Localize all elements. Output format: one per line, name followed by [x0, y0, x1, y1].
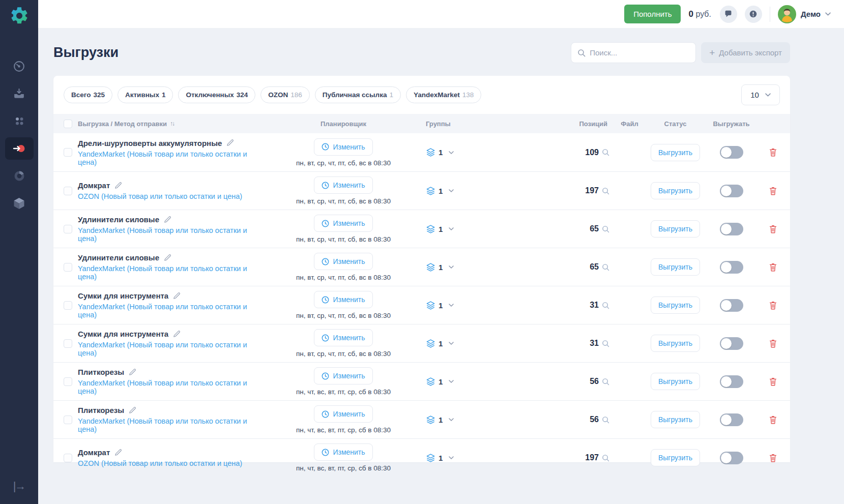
export-method-link[interactable]: YandexMarket (Новый товар или только ост…: [78, 417, 267, 433]
sidebar-item-import[interactable]: [5, 82, 34, 105]
filter-chip[interactable]: OZON 186: [260, 86, 310, 103]
groups-dropdown[interactable]: 1: [420, 301, 463, 310]
delete-button[interactable]: [769, 453, 777, 463]
delete-button[interactable]: [769, 147, 777, 157]
magnifier-icon[interactable]: [602, 302, 609, 309]
magnifier-icon[interactable]: [602, 225, 609, 233]
filter-chip[interactable]: YandexMarket 138: [406, 86, 481, 103]
sidebar-item-exports[interactable]: [5, 137, 34, 160]
enabled-toggle[interactable]: [720, 299, 743, 312]
search-input[interactable]: [590, 48, 691, 57]
select-all-checkbox[interactable]: [64, 120, 72, 128]
filter-chip[interactable]: Активных 1: [118, 86, 173, 103]
filter-chip[interactable]: Отключенных 324: [178, 86, 255, 103]
export-method-link[interactable]: YandexMarket (Новый товар или только ост…: [78, 264, 267, 281]
export-method-link[interactable]: YandexMarket (Новый товар или только ост…: [78, 226, 267, 243]
delete-button[interactable]: [769, 224, 777, 234]
row-checkbox[interactable]: [64, 225, 72, 233]
pencil-icon[interactable]: [114, 449, 122, 457]
export-now-button[interactable]: Выгрузить: [651, 411, 700, 428]
edit-schedule-button[interactable]: Изменить: [314, 405, 372, 423]
row-checkbox[interactable]: [64, 148, 72, 157]
pencil-icon[interactable]: [172, 292, 181, 300]
pencil-icon[interactable]: [172, 330, 181, 338]
enabled-toggle[interactable]: [720, 413, 743, 426]
delete-button[interactable]: [769, 339, 777, 348]
row-checkbox[interactable]: [64, 187, 72, 195]
delete-button[interactable]: [769, 262, 777, 272]
export-now-button[interactable]: Выгрузить: [651, 335, 700, 352]
enabled-toggle[interactable]: [720, 337, 743, 350]
edit-schedule-button[interactable]: Изменить: [314, 176, 372, 194]
enabled-toggle[interactable]: [720, 261, 743, 274]
enabled-toggle[interactable]: [720, 223, 743, 235]
user-menu[interactable]: Демо: [778, 5, 831, 23]
export-now-button[interactable]: Выгрузить: [651, 258, 700, 276]
delete-button[interactable]: [769, 186, 777, 196]
page-size-select[interactable]: 10: [741, 84, 780, 105]
row-checkbox[interactable]: [64, 263, 72, 272]
groups-dropdown[interactable]: 1: [420, 339, 463, 348]
groups-dropdown[interactable]: 1: [420, 147, 463, 157]
edit-schedule-button[interactable]: Изменить: [314, 253, 372, 270]
edit-schedule-button[interactable]: Изменить: [314, 443, 372, 461]
magnifier-icon[interactable]: [602, 378, 609, 386]
row-checkbox[interactable]: [64, 454, 72, 462]
export-now-button[interactable]: Выгрузить: [651, 144, 700, 161]
enabled-toggle[interactable]: [720, 146, 743, 159]
delete-button[interactable]: [769, 301, 777, 310]
magnifier-icon[interactable]: [602, 340, 609, 347]
export-now-button[interactable]: Выгрузить: [651, 373, 700, 390]
magnifier-icon[interactable]: [602, 187, 609, 195]
notifications-button[interactable]: [745, 6, 762, 23]
export-method-link[interactable]: YandexMarket (Новый товар или только ост…: [78, 150, 267, 166]
groups-dropdown[interactable]: 1: [420, 186, 463, 196]
export-method-link[interactable]: YandexMarket (Новый товар или только ост…: [78, 341, 267, 357]
filter-chip[interactable]: Всего 325: [64, 86, 112, 103]
filter-chip[interactable]: Публичная ссылка 1: [315, 86, 401, 103]
export-method-link[interactable]: OZON (Новый товар или только остатки и ц…: [78, 459, 267, 467]
row-checkbox[interactable]: [64, 339, 72, 348]
chat-button[interactable]: [720, 6, 737, 23]
magnifier-icon[interactable]: [602, 149, 609, 156]
groups-dropdown[interactable]: 1: [420, 377, 463, 387]
pencil-icon[interactable]: [128, 368, 136, 376]
export-now-button[interactable]: Выгрузить: [651, 220, 700, 238]
delete-button[interactable]: [769, 377, 777, 387]
app-logo[interactable]: [8, 5, 31, 27]
sidebar-item-products[interactable]: [5, 192, 34, 215]
pencil-icon[interactable]: [226, 139, 234, 147]
magnifier-icon[interactable]: [602, 454, 609, 462]
pencil-icon[interactable]: [163, 254, 171, 262]
export-method-link[interactable]: YandexMarket (Новый товар или только ост…: [78, 379, 267, 395]
row-checkbox[interactable]: [64, 416, 72, 424]
export-now-button[interactable]: Выгрузить: [651, 297, 700, 314]
add-export-button[interactable]: + Добавить экспорт: [701, 42, 790, 63]
edit-schedule-button[interactable]: Изменить: [314, 138, 372, 156]
edit-schedule-button[interactable]: Изменить: [314, 329, 372, 346]
groups-dropdown[interactable]: 1: [420, 453, 463, 463]
enabled-toggle[interactable]: [720, 452, 743, 464]
groups-dropdown[interactable]: 1: [420, 262, 463, 272]
pencil-icon[interactable]: [163, 216, 171, 224]
edit-schedule-button[interactable]: Изменить: [314, 291, 372, 308]
groups-dropdown[interactable]: 1: [420, 415, 463, 425]
magnifier-icon[interactable]: [602, 263, 609, 271]
pencil-icon[interactable]: [114, 182, 122, 190]
export-now-button[interactable]: Выгрузить: [651, 449, 700, 466]
sidebar-item-analytics[interactable]: [5, 165, 34, 187]
row-checkbox[interactable]: [64, 301, 72, 310]
sort-icon[interactable]: ↑↓: [170, 120, 174, 127]
export-now-button[interactable]: Выгрузить: [651, 182, 700, 199]
topup-button[interactable]: Пополнить: [624, 5, 681, 23]
edit-schedule-button[interactable]: Изменить: [314, 367, 372, 384]
sidebar-collapse-icon[interactable]: |→: [13, 480, 25, 493]
groups-dropdown[interactable]: 1: [420, 224, 463, 234]
edit-schedule-button[interactable]: Изменить: [314, 215, 372, 232]
enabled-toggle[interactable]: [720, 185, 743, 197]
delete-button[interactable]: [769, 415, 777, 425]
enabled-toggle[interactable]: [720, 375, 743, 388]
sidebar-item-dashboard[interactable]: [5, 55, 34, 77]
magnifier-icon[interactable]: [602, 416, 609, 424]
export-method-link[interactable]: OZON (Новый товар или только остатки и ц…: [78, 192, 267, 200]
